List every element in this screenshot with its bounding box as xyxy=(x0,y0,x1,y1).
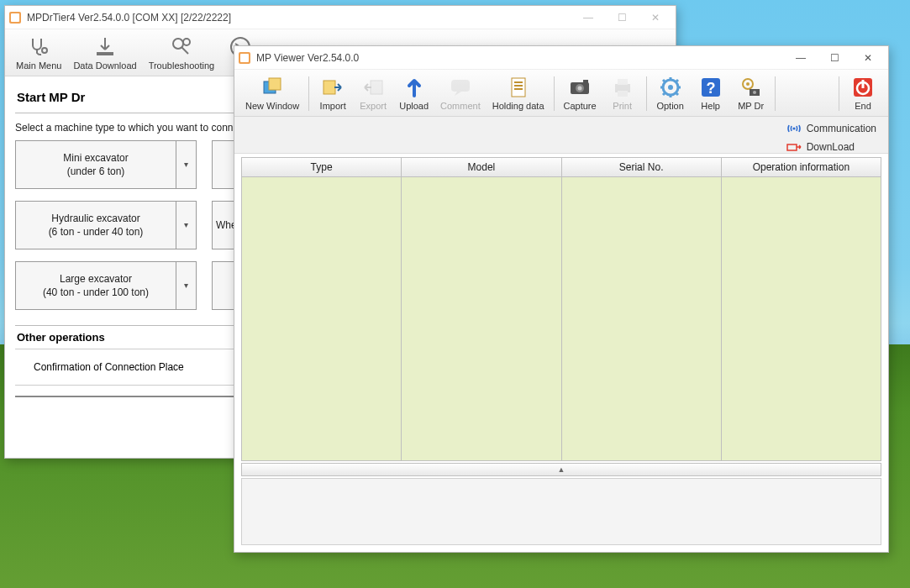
svg-rect-3 xyxy=(97,52,113,55)
win1-minimize-button[interactable]: — xyxy=(571,8,605,28)
camera-icon xyxy=(568,76,592,99)
main-menu-label: Main Menu xyxy=(16,60,61,71)
toolbar-label: Export xyxy=(360,101,387,111)
machine-mini-excavator[interactable]: Mini excavator(under 6 ton) ▾ xyxy=(15,140,176,189)
mpdr-button[interactable]: MP Dr xyxy=(731,73,771,114)
print-icon xyxy=(611,76,634,99)
svg-point-5 xyxy=(183,39,190,45)
machine-sublabel: (40 ton - under 100 ton) xyxy=(43,286,149,298)
svg-rect-1 xyxy=(11,13,19,22)
win1-title: MPDrTier4 Ver2.54.0.0 [COM XX] [2/22/222… xyxy=(27,12,231,24)
svg-rect-10 xyxy=(269,78,281,90)
svg-rect-15 xyxy=(514,81,523,83)
main-menu-button[interactable]: Main Menu xyxy=(10,33,67,74)
table-cell[interactable] xyxy=(242,177,402,460)
toolbar-label: End xyxy=(855,101,871,111)
win2-minimize-button[interactable]: — xyxy=(784,48,818,68)
svg-point-2 xyxy=(42,48,47,53)
comment-icon xyxy=(449,76,472,99)
export-icon xyxy=(361,76,385,99)
win1-titlebar: MPDrTier4 Ver2.54.0.0 [COM XX] [2/22/222… xyxy=(5,6,676,29)
svg-point-26 xyxy=(668,85,673,90)
col-operation-info[interactable]: Operation information xyxy=(722,158,881,176)
end-button[interactable]: End xyxy=(843,73,883,114)
data-table: Type Model Serial No. Operation informat… xyxy=(241,157,881,461)
machine-dropdown-toggle[interactable]: ▾ xyxy=(176,261,197,310)
svg-rect-12 xyxy=(371,81,382,94)
gear-icon xyxy=(659,76,682,99)
svg-rect-13 xyxy=(451,80,470,92)
svg-point-32 xyxy=(753,91,756,94)
machine-sublabel: (under 6 ton) xyxy=(67,165,125,177)
machine-label: Hydraulic excavator xyxy=(51,213,139,224)
download-label[interactable]: DownLoad xyxy=(807,141,855,153)
upload-button[interactable]: Upload xyxy=(393,73,434,114)
machine-dropdown-toggle[interactable]: ▾ xyxy=(176,140,197,189)
help-button[interactable]: ? Help xyxy=(691,73,731,114)
option-button[interactable]: Option xyxy=(650,73,691,114)
table-cell[interactable] xyxy=(722,177,881,460)
svg-point-20 xyxy=(578,87,582,91)
svg-rect-24 xyxy=(618,91,628,97)
chevron-down-icon: ▾ xyxy=(184,280,188,291)
new-window-button[interactable]: New Window xyxy=(239,73,305,114)
toolbar-label: Option xyxy=(656,101,683,111)
import-icon xyxy=(321,76,345,99)
svg-point-36 xyxy=(792,127,795,129)
troubleshooting-label: Troubleshooting xyxy=(149,60,214,71)
status-row: Communication DownLoad xyxy=(234,117,888,154)
toolbar-label: Help xyxy=(701,101,720,111)
troubleshooting-button[interactable]: Troubleshooting xyxy=(143,33,220,74)
holding-data-button[interactable]: Holding data xyxy=(487,73,550,114)
download-status-icon xyxy=(786,141,802,153)
table-cell[interactable] xyxy=(562,177,722,460)
svg-rect-37 xyxy=(787,144,797,150)
chevron-up-icon: ▲ xyxy=(558,465,565,474)
export-button[interactable]: Export xyxy=(353,73,393,114)
win2-maximize-button[interactable]: ☐ xyxy=(818,48,851,68)
app-icon xyxy=(8,11,22,24)
communication-label[interactable]: Communication xyxy=(807,123,876,134)
svg-rect-16 xyxy=(514,85,523,87)
svg-point-30 xyxy=(746,82,750,86)
svg-rect-23 xyxy=(618,79,628,85)
svg-rect-8 xyxy=(240,54,249,62)
detail-pane xyxy=(241,478,881,545)
upload-icon xyxy=(402,76,426,99)
chevron-down-icon: ▾ xyxy=(184,219,188,231)
comment-button[interactable]: Comment xyxy=(434,73,487,114)
col-model[interactable]: Model xyxy=(402,158,561,176)
expander-handle[interactable]: ▲ xyxy=(241,463,881,476)
col-serial[interactable]: Serial No. xyxy=(562,158,722,176)
power-icon xyxy=(851,76,875,99)
col-type[interactable]: Type xyxy=(242,158,402,176)
import-button[interactable]: Import xyxy=(313,73,353,114)
toolbar-label: New Window xyxy=(245,101,299,111)
data-download-button[interactable]: Data Download xyxy=(67,33,142,74)
machine-dropdown-toggle[interactable]: ▾ xyxy=(176,201,197,249)
table-cell[interactable] xyxy=(402,177,561,460)
win1-maximize-button[interactable]: ☐ xyxy=(605,8,639,28)
machine-sublabel: (6 ton - under 40 ton) xyxy=(49,226,144,238)
machine-large-excavator[interactable]: Large excavator(40 ton - under 100 ton) … xyxy=(15,261,176,310)
toolbar-label: Import xyxy=(320,101,346,111)
holding-data-icon xyxy=(507,76,530,99)
machine-label: Large excavator xyxy=(60,273,132,285)
win2-close-button[interactable]: ✕ xyxy=(851,48,885,68)
svg-rect-17 xyxy=(514,88,523,90)
svg-rect-11 xyxy=(323,81,335,94)
win2-title: MP Viewer Ver2.54.0.0 xyxy=(256,52,359,64)
print-button[interactable]: Print xyxy=(602,73,643,114)
data-download-label: Data Download xyxy=(73,60,136,71)
toolbar-label: Upload xyxy=(399,101,429,111)
download-icon xyxy=(93,35,117,59)
toolbar-label: MP Dr xyxy=(738,101,764,111)
svg-rect-14 xyxy=(512,78,525,97)
chevron-down-icon: ▾ xyxy=(184,159,188,171)
win1-close-button[interactable]: ✕ xyxy=(639,8,672,28)
help-icon: ? xyxy=(699,76,723,99)
mpdr-icon xyxy=(739,76,763,99)
capture-button[interactable]: Capture xyxy=(558,73,602,114)
machine-hydraulic-excavator[interactable]: Hydraulic excavator(6 ton - under 40 ton… xyxy=(15,201,176,249)
stethoscope-icon xyxy=(27,35,50,59)
